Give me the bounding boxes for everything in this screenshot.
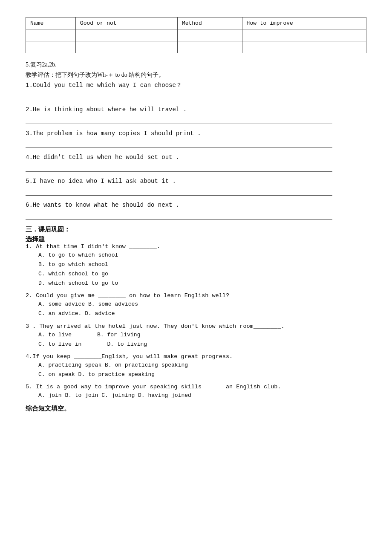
option: A. join B. to join C. joining D. having … (38, 391, 366, 400)
option: B. for living (97, 330, 140, 340)
col-how-to-improve: How to improve (242, 17, 366, 29)
choice-3-text: 3 . They arrived at the hotel just now. … (26, 323, 366, 330)
table-cell (177, 29, 242, 41)
option: C. on speak D. to practice speaking (38, 370, 366, 379)
question-6: 6.He wants to know what he should do nex… (26, 202, 366, 220)
question-1: 1.Could you tell me which way I can choo… (26, 81, 366, 100)
question-5-text: 5.I have no idea who I will ask about it… (26, 178, 366, 185)
choice-2-text: 2. Could you give me ________ on how to … (26, 292, 366, 299)
question-1-text: 1.Could you tell me which way I can choo… (26, 81, 366, 89)
option: B. to go which school (38, 260, 366, 269)
choice-5-options: A. join B. to join C. joining D. having … (26, 391, 366, 400)
question-3-text: 3.The problem is how many copies I shoul… (26, 130, 366, 137)
question-2-text: 2.He is thinking about where he will tra… (26, 106, 366, 113)
answer-line-6[interactable] (26, 210, 332, 220)
answer-line-3[interactable] (26, 139, 332, 148)
option: D. to living (107, 340, 147, 349)
table-cell (26, 41, 76, 53)
question-4: 4.He didn't tell us when he would set ou… (26, 154, 366, 172)
answer-line-5[interactable] (26, 186, 332, 196)
col-method: Method (177, 17, 242, 29)
table-row (26, 41, 366, 53)
option: C. an advice. D. advice (38, 309, 366, 318)
col-name: Name (26, 17, 76, 29)
choice-3-options: A. to live B. for living C. to live in D… (26, 330, 366, 349)
option: C. which school to go (38, 269, 366, 279)
choice-5-text: 5. It is a good way to improve your spea… (26, 384, 366, 390)
table-cell (177, 41, 242, 53)
answer-line-4[interactable] (26, 162, 332, 172)
section5-label: 5.复习2a,2b. (26, 61, 366, 69)
choice-2: 2. Could you give me ________ on how to … (26, 292, 366, 318)
answer-line-1[interactable] (26, 91, 332, 100)
option: A. to go to which school (38, 251, 366, 260)
choice-4-text: 4.If you keep ________English, you will … (26, 353, 366, 360)
table-cell (242, 29, 366, 41)
integrated-heading: 综合短文填空。 (26, 405, 366, 413)
choice-1-text: 1. At that time I didn't know ________. (26, 243, 366, 250)
choice-4-options: A. practicing speak B. on practicing spe… (26, 361, 366, 379)
option: D. which school to go to (38, 279, 366, 288)
answer-line-2[interactable] (26, 115, 332, 124)
choice-1: 1. At that time I didn't know ________. … (26, 243, 366, 288)
question-2: 2.He is thinking about where he will tra… (26, 106, 366, 124)
question-3: 3.The problem is how many copies I shoul… (26, 130, 366, 148)
col-good-or-not: Good or not (75, 17, 177, 29)
option: C. to live in (38, 340, 81, 349)
question-5: 5.I have no idea who I will ask about it… (26, 178, 366, 196)
evaluation-table-container: Name Good or not Method How to improve (26, 17, 366, 53)
choice-5: 5. It is a good way to improve your spea… (26, 384, 366, 400)
choice-1-options: A. to go to which school B. to go which … (26, 251, 366, 288)
question-4-text: 4.He didn't tell us when he would set ou… (26, 154, 366, 161)
eval-title: 教学评估：把下列句子改为Wh-＋ to do 结构的句子。 (26, 71, 366, 79)
choice-3: 3 . They arrived at the hotel just now. … (26, 323, 366, 349)
question-6-text: 6.He wants to know what he should do nex… (26, 202, 366, 208)
table-cell (26, 29, 76, 41)
evaluation-table: Name Good or not Method How to improve (26, 17, 366, 53)
table-row (26, 29, 366, 41)
section3-heading: 三．课后巩固： (26, 225, 366, 234)
table-cell (75, 29, 177, 41)
option: A. to live (38, 330, 72, 340)
option: A. practicing speak B. on practicing spe… (38, 361, 366, 370)
option: A. some advice B. some advices (38, 300, 366, 309)
choice-4: 4.If you keep ________English, you will … (26, 353, 366, 379)
choice-2-options: A. some advice B. some advices C. an adv… (26, 300, 366, 318)
table-cell (242, 41, 366, 53)
section3-choice-heading: 选择题 (26, 235, 366, 243)
table-cell (75, 41, 177, 53)
